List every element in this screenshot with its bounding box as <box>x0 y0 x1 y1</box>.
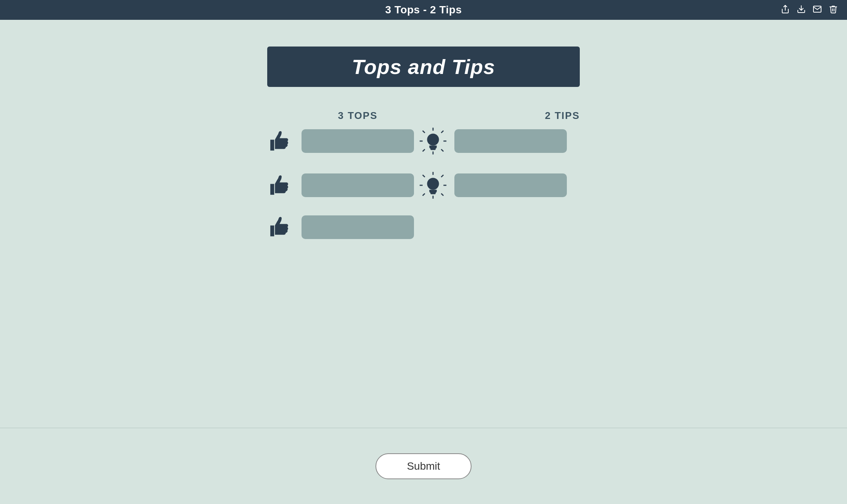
toolbar-icons <box>781 5 838 15</box>
svg-rect-21 <box>430 193 436 194</box>
thumbs-up-icon-1 <box>267 129 302 154</box>
tips-column-header: 2 TIPS <box>467 110 580 122</box>
page-title: 3 Tops - 2 Tips <box>385 4 462 16</box>
tip-input-2[interactable] <box>454 173 567 197</box>
svg-rect-11 <box>430 149 436 150</box>
bulb-icon-1 <box>414 126 452 156</box>
svg-line-19 <box>423 193 425 196</box>
heading-text: Tops and Tips <box>352 55 495 78</box>
submit-button[interactable]: Submit <box>375 453 471 479</box>
main-content: Tops and Tips 3 TOPS 2 TIPS <box>0 20 847 428</box>
tip-input-1[interactable] <box>454 129 567 153</box>
svg-line-18 <box>441 175 443 177</box>
top-bar: 3 Tops - 2 Tips <box>0 0 847 20</box>
column-headers: 3 TOPS 2 TIPS <box>267 110 580 122</box>
svg-line-16 <box>423 175 425 177</box>
mail-icon[interactable] <box>813 5 822 15</box>
tops-column-header: 3 TOPS <box>302 110 414 122</box>
top-input-1[interactable] <box>302 129 414 153</box>
row-1 <box>267 126 580 156</box>
thumbs-up-icon-2 <box>267 173 302 198</box>
row-3 <box>267 215 580 239</box>
row-2 <box>267 170 580 200</box>
share-icon[interactable] <box>781 5 790 15</box>
svg-point-20 <box>427 178 439 190</box>
trash-icon[interactable] <box>829 5 838 15</box>
download-icon[interactable] <box>797 5 806 15</box>
heading-banner: Tops and Tips <box>267 47 580 87</box>
top-input-2[interactable] <box>302 173 414 197</box>
bulb-icon-2 <box>414 170 452 200</box>
svg-line-9 <box>423 149 425 151</box>
svg-point-10 <box>427 134 439 146</box>
thumbs-up-icon-3 <box>267 215 302 239</box>
top-input-3[interactable] <box>302 215 414 239</box>
svg-line-7 <box>441 149 443 151</box>
svg-line-17 <box>441 193 443 196</box>
form-area: 3 TOPS 2 TIPS <box>267 110 580 254</box>
svg-line-6 <box>423 131 425 133</box>
bottom-section: Submit <box>0 428 847 504</box>
svg-line-8 <box>441 131 443 133</box>
